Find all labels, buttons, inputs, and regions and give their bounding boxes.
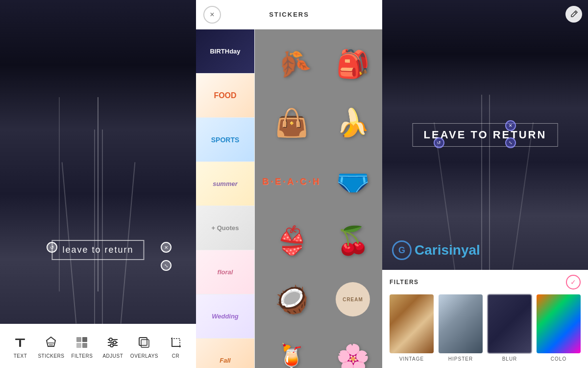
category-sports[interactable]: SPORTS (196, 118, 254, 162)
sticker-bikini-bottom[interactable]: 🩲 (331, 157, 375, 206)
toolbar-item-overlays[interactable]: OVERLAYS (130, 334, 158, 359)
filters-row: VINTAGE HIPSTER BLUR COLO (390, 294, 581, 362)
svg-rect-1 (19, 340, 21, 347)
handle-rotate[interactable]: ↺ (47, 242, 57, 253)
toolbar-label-stickers: StickERS (38, 353, 64, 359)
sticker-coconut[interactable]: 🥥 (262, 275, 321, 324)
track-line (94, 130, 95, 324)
filter-label-blur: BLUR (502, 356, 517, 362)
right-image-area: LEAVE TO RETURN ✕ ↺ ⤡ G Carisinyal (382, 0, 588, 270)
beach-text: B·E·A·C·H (262, 177, 321, 187)
stickers-body: BIRTHday FOOD SPORTS summer + Quotes flo… (196, 29, 382, 368)
toolbar-label-crop: CR (172, 353, 179, 359)
sticker-cocktail[interactable]: 🍹 (262, 334, 321, 368)
category-label: SPORTS (211, 136, 240, 144)
overlay-text: leave to return (62, 245, 133, 255)
toolbar-label-adjust: ADJUST (102, 353, 123, 359)
track-right-2 (489, 95, 490, 270)
filter-label-colo: COLO (551, 356, 566, 362)
category-label: FOOD (214, 91, 236, 100)
sticker-beach[interactable]: B·E·A·C·H (262, 157, 321, 206)
sticker-leaves[interactable]: 🍂 (262, 39, 321, 88)
edit-button[interactable] (565, 6, 582, 23)
filters-section: FILTERS ✓ VINTAGE HIPSTER BLUR COLO (382, 270, 588, 368)
toolbar-item-filters[interactable]: FILTERS (69, 334, 96, 359)
filter-colo[interactable]: COLO (537, 294, 581, 362)
svg-point-13 (110, 344, 113, 347)
watermark-text: Carisinyal (415, 242, 480, 258)
category-quotes[interactable]: + Quotes (196, 206, 254, 250)
svg-rect-6 (76, 343, 81, 348)
svg-point-9 (109, 338, 112, 341)
svg-rect-5 (82, 337, 87, 342)
text-icon (11, 334, 29, 351)
train-background (0, 0, 196, 324)
close-button[interactable]: × (203, 6, 221, 24)
confirm-button[interactable]: ✓ (566, 275, 581, 289)
overlays-icon (135, 334, 153, 351)
svg-rect-4 (76, 337, 81, 342)
toolbar-item-text[interactable]: TEXT (7, 334, 34, 359)
right-panel: LEAVE TO RETURN ✕ ↺ ⤡ G Carisinyal FILTE… (382, 0, 588, 368)
category-label: + Quotes (212, 224, 239, 232)
stickers-title: STICKERS (269, 11, 309, 18)
sticker-cream[interactable]: CREAM (331, 275, 375, 324)
bottom-toolbar: TEXT StickERS FIL (0, 324, 196, 368)
sticker-backpack[interactable]: 🎒 (331, 39, 375, 88)
handle-resize[interactable]: ⤡ (161, 260, 172, 271)
category-summer[interactable]: summer (196, 162, 254, 206)
svg-rect-15 (141, 340, 149, 347)
filters-title: FILTERS (390, 279, 419, 286)
toolbar-label-text: TEXT (14, 353, 27, 359)
toolbar-item-adjust[interactable]: ADJUST (99, 334, 126, 359)
toolbar-label-filters: FILTERS (71, 353, 93, 359)
svg-rect-0 (15, 339, 25, 340)
filter-thumb-vintage (390, 294, 434, 353)
left-panel: leave to return ↺ ✕ ⤡ TEXT (0, 0, 196, 368)
filter-thumb-colo (537, 294, 581, 353)
category-fall[interactable]: Fall (196, 339, 254, 368)
filter-blur[interactable]: BLUR (488, 294, 532, 362)
text-overlay-left[interactable]: leave to return (51, 240, 144, 260)
category-label: floral (218, 268, 233, 276)
toolbar-item-crop[interactable]: CR (162, 334, 189, 359)
toolbar-label-overlays: OVERLAYS (130, 353, 158, 359)
svg-rect-7 (82, 343, 87, 348)
stickers-header: × STICKERS (196, 0, 382, 29)
toolbar-item-stickers[interactable]: StickERS (38, 334, 65, 359)
filters-icon (73, 334, 91, 351)
categories-list: BIRTHday FOOD SPORTS summer + Quotes flo… (196, 29, 255, 368)
filter-thumb-hipster (439, 294, 483, 353)
sticker-flower[interactable]: 🌸 (331, 334, 375, 368)
category-wedding[interactable]: Wedding (196, 294, 254, 339)
adjust-icon (104, 334, 122, 351)
filter-thumb-blur (488, 294, 532, 353)
crop-icon (167, 334, 185, 351)
sticker-bag[interactable]: 👜 (262, 98, 321, 147)
filter-vintage[interactable]: VINTAGE (390, 294, 434, 362)
handle-resize-right[interactable]: ⤡ (505, 137, 516, 148)
sticker-bra[interactable]: 👙 (262, 216, 321, 265)
watermark-icon: G (392, 240, 412, 260)
category-label: summer (213, 180, 238, 187)
handle-close-right[interactable]: ✕ (505, 120, 516, 131)
svg-point-11 (113, 341, 116, 344)
sticker-banana[interactable]: 🍌 (331, 98, 375, 147)
handle-close[interactable]: ✕ (161, 242, 172, 253)
category-label: Wedding (212, 313, 239, 320)
sticker-cherry[interactable]: 🍒 (331, 216, 375, 265)
category-food[interactable]: FOOD (196, 74, 254, 118)
filter-label-vintage: VINTAGE (399, 356, 424, 362)
category-label: BIRTHday (210, 48, 240, 55)
close-icon: × (210, 10, 214, 19)
handle-rotate-right[interactable]: ↺ (434, 137, 444, 148)
filter-hipster[interactable]: HIPSTER (439, 294, 483, 362)
track-line (102, 130, 103, 324)
stickers-panel: × STICKERS BIRTHday FOOD SPORTS summer +… (196, 0, 382, 368)
category-birthday[interactable]: BIRTHday (196, 29, 254, 74)
track-right-1 (481, 95, 482, 270)
category-floral[interactable]: floral (196, 250, 254, 294)
svg-line-16 (575, 12, 576, 13)
left-image-area: leave to return ↺ ✕ ⤡ (0, 0, 196, 324)
category-label: Fall (220, 357, 230, 364)
